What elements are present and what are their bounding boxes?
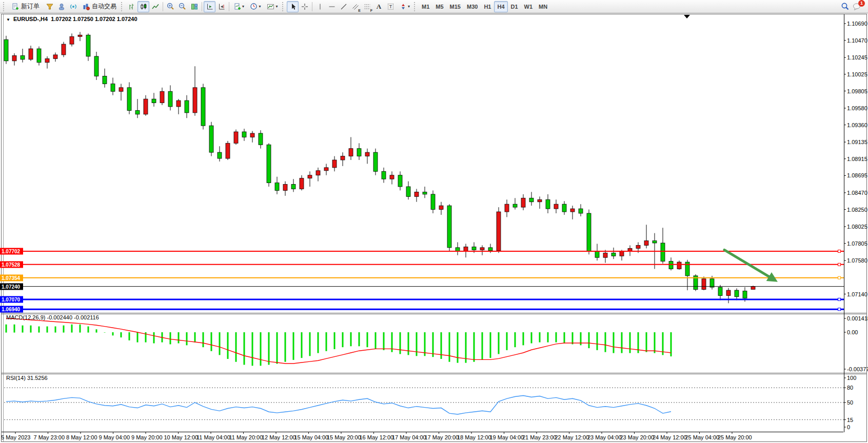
line-endpoint-handle[interactable] xyxy=(6,250,9,253)
search-button[interactable] xyxy=(839,1,851,12)
fibonacci-tool-button[interactable]: F xyxy=(361,1,373,12)
toolbar-grip[interactable] xyxy=(282,2,286,11)
fibonacci-tool-sub-label: F xyxy=(370,9,372,12)
auto-scroll-button[interactable] xyxy=(204,1,215,12)
text-label-tool-icon: T xyxy=(388,4,394,10)
candle-body xyxy=(168,91,172,107)
candle-body xyxy=(644,241,648,246)
candle-body xyxy=(669,261,673,269)
candle-body xyxy=(677,262,681,269)
auto-trading-label: 自动交易 xyxy=(92,2,116,11)
line-endpoint-handle[interactable] xyxy=(6,276,9,279)
arrows-icon xyxy=(400,3,407,10)
candle-body xyxy=(636,245,640,248)
trendline-tool-button[interactable] xyxy=(338,1,349,12)
timeframe-button-d1[interactable]: D1 xyxy=(508,1,521,12)
candle-body xyxy=(324,168,328,171)
timeframe-button-mn[interactable]: MN xyxy=(536,1,550,12)
zoom-out-button[interactable] xyxy=(176,1,188,12)
candle-body xyxy=(119,88,123,91)
candle-body xyxy=(308,175,312,178)
line-endpoint-handle[interactable] xyxy=(838,276,841,279)
zoom-out-icon xyxy=(179,3,186,10)
candle-body xyxy=(611,253,616,256)
periods-button[interactable]: ▾ xyxy=(247,1,264,12)
candle-body xyxy=(751,287,755,290)
crosshair-tool-button[interactable] xyxy=(299,1,310,12)
candle-body xyxy=(357,149,361,156)
zoom-in-button[interactable] xyxy=(165,1,176,12)
timeframe-button-m1[interactable]: M1 xyxy=(419,1,432,12)
candle-body xyxy=(390,175,394,179)
mt4-terminal: 新订单 自动交易 xyxy=(0,0,868,443)
candle-body xyxy=(218,152,222,158)
candle-body xyxy=(127,88,131,111)
candle-body xyxy=(242,132,246,137)
crosshair-icon xyxy=(301,3,308,10)
text-tool-icon: A xyxy=(377,3,381,11)
text-tool-button[interactable]: A xyxy=(373,1,385,12)
candle-body xyxy=(587,213,591,251)
templates-button[interactable]: ▾ xyxy=(264,1,281,12)
timeframe-button-m5[interactable]: M5 xyxy=(432,1,446,12)
candle-body xyxy=(12,55,16,61)
market-watch-button[interactable] xyxy=(44,1,55,12)
main-toolbar: 新订单 自动交易 xyxy=(0,0,868,13)
channel-tool-button[interactable]: E xyxy=(349,1,361,12)
line-endpoint-handle[interactable] xyxy=(6,298,9,300)
line-endpoint-handle[interactable] xyxy=(838,263,841,266)
candle-body xyxy=(702,279,706,290)
cursor-tool-button[interactable] xyxy=(287,1,299,12)
line-endpoint-handle[interactable] xyxy=(838,250,841,253)
candle-body xyxy=(21,55,25,59)
publisher-button[interactable] xyxy=(55,1,67,12)
candle-body xyxy=(653,241,657,243)
add-indicator-icon xyxy=(234,3,241,10)
cursor-icon xyxy=(289,3,297,10)
candle-body xyxy=(226,143,230,158)
chart-canvas[interactable] xyxy=(0,0,868,443)
horizontal-line-tool-button[interactable] xyxy=(326,1,338,12)
timeframe-button-w1[interactable]: W1 xyxy=(521,1,536,12)
tile-windows-button[interactable] xyxy=(188,1,200,12)
line-endpoint-handle[interactable] xyxy=(838,308,841,311)
line-chart-type-button[interactable] xyxy=(149,1,161,12)
chat-button[interactable]: 1 xyxy=(851,1,863,12)
candle-body xyxy=(300,178,304,189)
candle-body xyxy=(464,247,468,251)
text-label-tool-button[interactable]: T xyxy=(385,1,397,12)
chart-shift-button[interactable] xyxy=(215,1,227,12)
new-order-button[interactable]: 新订单 xyxy=(8,1,44,12)
candle-body xyxy=(332,160,337,168)
toolbar-grip[interactable] xyxy=(3,2,7,11)
toolbar-grip[interactable] xyxy=(414,2,418,11)
chart-background xyxy=(0,13,868,443)
arrows-tool-button[interactable]: ▾ xyxy=(397,1,413,12)
vertical-line-tool-button[interactable] xyxy=(314,1,326,12)
candle-body xyxy=(29,49,33,59)
timeframe-button-m15[interactable]: M15 xyxy=(447,1,464,12)
candle-body xyxy=(365,152,369,156)
candle-body xyxy=(70,36,74,44)
fibonacci-icon xyxy=(364,3,371,10)
line-endpoint-handle[interactable] xyxy=(6,308,9,311)
candle-body xyxy=(152,99,156,103)
indicators-button[interactable]: ▾ xyxy=(231,1,247,12)
signals-button[interactable] xyxy=(67,1,79,12)
zoom-in-icon xyxy=(167,3,174,10)
bar-chart-type-button[interactable] xyxy=(126,1,137,12)
candle-body xyxy=(185,100,189,113)
line-endpoint-handle[interactable] xyxy=(838,298,841,300)
timeframe-group: M1M5M15M30H1H4D1W1MN xyxy=(419,1,550,12)
candle-body xyxy=(250,133,254,137)
candle-body xyxy=(603,253,607,257)
toolbar-grip[interactable] xyxy=(121,2,125,11)
candle-body xyxy=(735,290,739,297)
line-endpoint-handle[interactable] xyxy=(6,263,9,266)
timeframe-button-h4[interactable]: H4 xyxy=(494,1,507,12)
auto-trading-button[interactable]: 自动交易 xyxy=(79,1,120,12)
timeframe-button-m30[interactable]: M30 xyxy=(464,1,481,12)
candle-body xyxy=(505,204,509,212)
timeframe-button-h1[interactable]: H1 xyxy=(481,1,494,12)
candlestick-chart-type-button[interactable] xyxy=(137,1,149,12)
